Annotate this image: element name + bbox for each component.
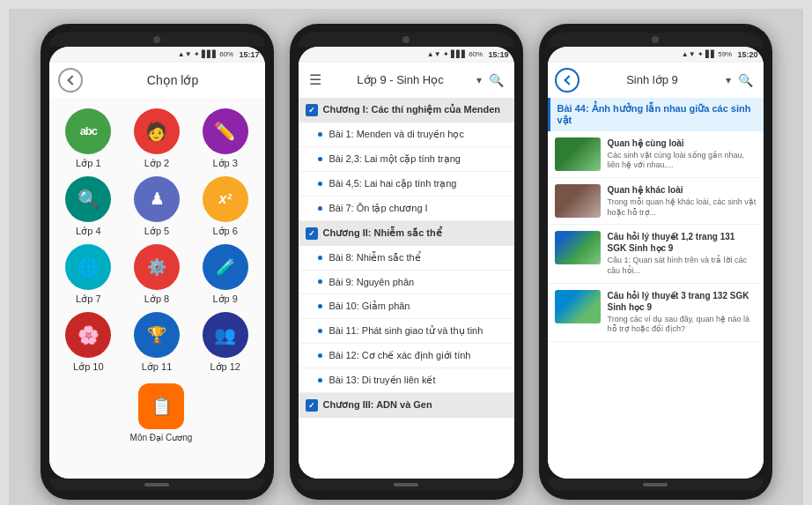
app-bar-title-3: Sinh lớp 9	[583, 73, 722, 86]
lesson-text-8: Bài 11: Phát sinh giao tử và thụ tinh	[329, 325, 484, 337]
search-icon-3[interactable]: 🔍	[734, 70, 757, 91]
time-2: 15:19	[488, 50, 508, 59]
content-thumb-2	[555, 184, 601, 218]
content-item-4[interactable]: Câu hỏi lý thuyết 3 trang 132 SGK Sinh h…	[548, 284, 764, 342]
thumb-rock-img	[555, 184, 601, 218]
special-icon: 📋	[138, 383, 184, 429]
lesson-dot-9	[318, 353, 322, 358]
grade-icon-12: 👥	[203, 312, 248, 358]
grade-item-11[interactable]: 🏆 Lớp 11	[126, 312, 188, 373]
lesson-item-2[interactable]: Bài 2,3: Lai một cặp tính trạng	[299, 147, 514, 172]
content-title-3: Câu hỏi lý thuyết 1,2 trang 131 SGK Sinh…	[608, 231, 757, 254]
grade-item-12[interactable]: 👥 Lớp 12	[195, 312, 256, 373]
content-title-1: Quan hệ cùng loài	[608, 137, 757, 149]
content-desc-3: Câu 1: Quan sát hình trên và trả lời các…	[608, 256, 757, 276]
grade-label-9: Lớp 9	[212, 293, 237, 305]
lesson-item-6[interactable]: Bài 9: Nguyên phân	[299, 271, 514, 294]
grade-item-3[interactable]: ✏️ Lớp 3	[195, 108, 256, 169]
lesson-item-3[interactable]: Bài 4,5: Lai hai cặp tính trạng	[299, 172, 514, 197]
grade-item-4[interactable]: 🔍 Lớp 4	[58, 176, 120, 237]
grade-item-7[interactable]: 🌐 Lớp 7	[58, 244, 120, 305]
lesson-text-7: Bài 10: Giảm phân	[329, 301, 410, 312]
lesson-dot-10	[318, 378, 322, 382]
content-title-4: Câu hỏi lý thuyết 3 trang 132 SGK Sinh h…	[608, 290, 757, 313]
lesson-item-8[interactable]: Bài 11: Phát sinh giao tử và thụ tinh	[299, 319, 514, 344]
lesson-text-2: Bài 2,3: Lai một cặp tính trạng	[329, 153, 461, 165]
content-item-2[interactable]: Quan hệ khác loài Trong mỗi quan hệ khác…	[548, 178, 764, 225]
app-bar-title-2: Lớp 9 - Sinh Học	[328, 73, 473, 86]
home-button-2[interactable]	[394, 483, 418, 486]
phone-top-bar-1	[49, 33, 265, 47]
dropdown-arrow-icon[interactable]: ▾	[476, 74, 482, 86]
home-button-3[interactable]	[643, 483, 668, 486]
lesson-dot-3	[318, 182, 322, 186]
phone-top-bar-3	[548, 33, 764, 47]
grade-label-6: Lớp 6	[212, 226, 237, 237]
search-icon-2[interactable]: 🔍	[485, 70, 507, 91]
grade-item-6[interactable]: x² Lớp 6	[195, 176, 256, 237]
signal-icons-1: ▲▼ ✦ ▋▋▋ 60% 15:17	[178, 50, 260, 59]
phone-bottom-bar-2	[299, 479, 514, 491]
back-button-3[interactable]	[555, 68, 579, 93]
back-arrow-icon-3	[564, 75, 573, 85]
phone-screen-2: ▲▼ ✦ ▋▋▋ 60% 15:19 ☰ Lớp 9 - Sinh Học ▾ …	[299, 47, 514, 479]
lesson-item-7[interactable]: Bài 10: Giảm phân	[299, 294, 514, 319]
grade-label-5: Lớp 5	[144, 226, 169, 237]
back-button-1[interactable]	[58, 68, 83, 93]
content-list: Bài 44: Ảnh hưởng lẫn nhau giữa các sinh…	[548, 98, 764, 479]
lesson-item-4[interactable]: Bài 7: Ôn tập chương I	[299, 197, 514, 221]
lesson-text-4: Bài 7: Ôn tập chương I	[329, 203, 428, 214]
lesson-dot-2	[318, 157, 322, 161]
grade-icon-9: 🧪	[203, 244, 248, 290]
home-button-1[interactable]	[144, 483, 169, 486]
camera-dot-2	[402, 36, 410, 43]
content-title-2: Quan hệ khác loài	[608, 184, 757, 196]
chapter-check-1: ✓	[306, 104, 318, 116]
grade-item-1[interactable]: abc Lớp 1	[58, 108, 120, 169]
chapter-list: ✓ Chương I: Các thí nghiệm của Menden Bà…	[299, 98, 514, 479]
grade-item-2[interactable]: 🧑 Lớp 2	[126, 108, 188, 169]
lesson-item-1[interactable]: Bài 1: Menden và di truyền học	[299, 123, 514, 147]
thumb-water-img	[555, 290, 601, 323]
grade-label-11: Lớp 11	[142, 361, 173, 373]
content-item-3[interactable]: Câu hỏi lý thuyết 1,2 trang 131 SGK Sinh…	[548, 225, 764, 283]
content-item-1[interactable]: Quan hệ cùng loài Các sinh vật cùng loài…	[548, 131, 764, 178]
special-label: Môn Đại Cương	[130, 433, 193, 442]
lesson-dot-8	[318, 329, 322, 333]
grade-icon-8: ⚙️	[134, 244, 180, 290]
camera-dot-1	[153, 36, 160, 43]
grade-item-8[interactable]: ⚙️ Lớp 8	[126, 244, 188, 305]
grade-icon-3: ✏️	[203, 108, 248, 154]
lesson-item-9[interactable]: Bài 12: Cơ chế xác định giới tính	[299, 344, 514, 368]
camera-dot-3	[652, 36, 659, 43]
grade-grid: abc Lớp 1 🧑 Lớp 2 ✏️ Lớp 3 �	[49, 98, 265, 383]
lesson-item-10[interactable]: Bài 13: Di truyền liên kết	[299, 368, 514, 393]
lesson-dot-5	[318, 256, 322, 260]
checkmark-3: ✓	[308, 401, 315, 410]
grade-item-10[interactable]: 🌸 Lớp 10	[58, 312, 120, 373]
chapter-header-2: ✓ Chương II: Nhiễm sắc thể	[299, 221, 514, 246]
content-info-1: Quan hệ cùng loài Các sinh vật cùng loài…	[608, 137, 757, 171]
screen-content-1: abc Lớp 1 🧑 Lớp 2 ✏️ Lớp 3 �	[49, 98, 265, 479]
grade-icon-6: x²	[203, 176, 248, 222]
content-desc-2: Trong mỗi quan hệ khác loài, các sinh vậ…	[608, 197, 757, 218]
grade-icon-10: 🌸	[65, 312, 111, 358]
signal-text-2: ▲▼ ✦ ▋▋▋ 60%	[427, 50, 484, 58]
grade-item-5[interactable]: ♟ Lớp 5	[126, 176, 188, 237]
special-item[interactable]: 📋 Môn Đại Cương	[49, 383, 265, 442]
lesson-dot-1	[318, 132, 322, 137]
signal-icons-2: ▲▼ ✦ ▋▋▋ 60% 15:19	[427, 50, 509, 59]
time-1: 15:17	[239, 50, 259, 59]
thumb-ecology-img	[555, 231, 601, 264]
grade-label-7: Lớp 7	[76, 293, 100, 305]
status-bar-2: ▲▼ ✦ ▋▋▋ 60% 15:19	[299, 47, 514, 63]
dropdown-arrow-icon-3[interactable]: ▾	[726, 74, 731, 86]
content-info-3: Câu hỏi lý thuyết 1,2 trang 131 SGK Sinh…	[608, 231, 757, 276]
content-desc-1: Các sinh vật cùng loài sống gần nhau, li…	[608, 151, 757, 171]
grade-icon-11: 🏆	[134, 312, 180, 358]
grade-icon-7: 🌐	[65, 244, 111, 290]
hamburger-icon[interactable]: ☰	[306, 68, 325, 92]
grade-item-9[interactable]: 🧪 Lớp 9	[195, 244, 256, 305]
lesson-text-1: Bài 1: Menden và di truyền học	[329, 129, 464, 140]
lesson-item-5[interactable]: Bài 8: Nhiễm sắc thể	[299, 246, 514, 271]
